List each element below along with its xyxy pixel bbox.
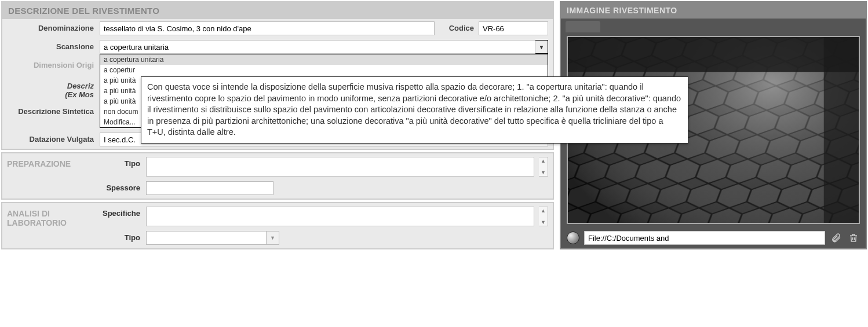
label-scansione: Scansione xyxy=(7,40,94,51)
label-datazione: Datazione Vulgata xyxy=(7,133,94,144)
arrow-down-icon: ▼ xyxy=(539,169,548,176)
section-analisi-laboratorio: ANALISI DI LABORATORIO Specifiche ▲▼ Tip… xyxy=(1,202,554,249)
chevron-down-icon: ▼ xyxy=(539,44,545,50)
lab-tipo-input[interactable] xyxy=(146,231,267,245)
textarea-scroll[interactable]: ▲▼ xyxy=(539,157,548,177)
image-path-input[interactable] xyxy=(584,231,825,245)
image-footer xyxy=(561,227,866,248)
svg-rect-5 xyxy=(824,37,859,224)
section-preparazione: PREPARAZIONE Tipo ▲▼ Spessore xyxy=(1,152,554,200)
section-header-preparazione: PREPARAZIONE xyxy=(2,155,89,197)
label-denominazione: Denominazione xyxy=(7,21,94,32)
attach-icon[interactable] xyxy=(830,232,843,244)
scansione-option[interactable]: a copertura unitaria xyxy=(100,54,548,65)
textarea-scroll[interactable]: ▲▼ xyxy=(539,207,548,226)
label-codice: Codice xyxy=(439,21,474,35)
scansione-dropdown-button[interactable]: ▼ xyxy=(535,40,548,54)
arrow-up-icon: ▲ xyxy=(539,157,548,164)
trash-icon[interactable] xyxy=(847,232,860,244)
label-lab-tipo: Tipo xyxy=(94,231,140,242)
arrow-down-icon: ▼ xyxy=(539,219,548,226)
label-dimensioni-originali: Dimensioni Origi xyxy=(7,58,94,69)
image-panel-header: IMMAGINE RIVESTIMENTO xyxy=(561,2,866,19)
image-tab[interactable] xyxy=(566,21,600,32)
section-header-descrizione: DESCRIZIONE DEL RIVESTIMENTO xyxy=(2,2,553,19)
lab-specifiche-textarea[interactable] xyxy=(146,207,534,226)
scansione-help-tooltip: Con questa voce si intende la disposizio… xyxy=(141,76,688,144)
arrow-up-icon: ▲ xyxy=(539,207,548,214)
tooltip-text: Con questa voce si intende la disposizio… xyxy=(147,82,681,137)
prep-tipo-textarea[interactable] xyxy=(146,157,534,177)
label-prep-spessore: Spessore xyxy=(94,181,140,192)
label-descr-line2: (Ex Mos xyxy=(65,90,94,99)
label-descr-line1: Descriz xyxy=(67,82,94,90)
prep-spessore-input[interactable] xyxy=(146,181,273,195)
scansione-input[interactable] xyxy=(100,40,535,54)
scansione-select[interactable]: ▼ a copertura unitaria a copertur a più … xyxy=(100,40,548,54)
chevron-down-icon: ▼ xyxy=(270,235,275,241)
denominazione-input[interactable] xyxy=(100,21,435,35)
lab-tipo-dropdown-button[interactable]: ▼ xyxy=(267,231,279,245)
svg-rect-4 xyxy=(568,37,859,72)
lab-tipo-select[interactable]: ▼ xyxy=(146,231,279,245)
codice-input[interactable] xyxy=(479,21,548,35)
label-descrizione-sintetica: Descrizione Sintetica xyxy=(7,105,94,116)
label-lab-specifiche: Specifiche xyxy=(94,207,140,218)
image-tab-bar xyxy=(561,19,866,32)
label-descrizione-exmos: Descriz (Ex Mos xyxy=(7,79,94,99)
zoom-lens-icon[interactable] xyxy=(567,232,579,244)
section-header-analisi: ANALISI DI LABORATORIO xyxy=(2,204,89,247)
scansione-option[interactable]: a copertur xyxy=(100,65,548,75)
label-prep-tipo: Tipo xyxy=(94,157,140,168)
